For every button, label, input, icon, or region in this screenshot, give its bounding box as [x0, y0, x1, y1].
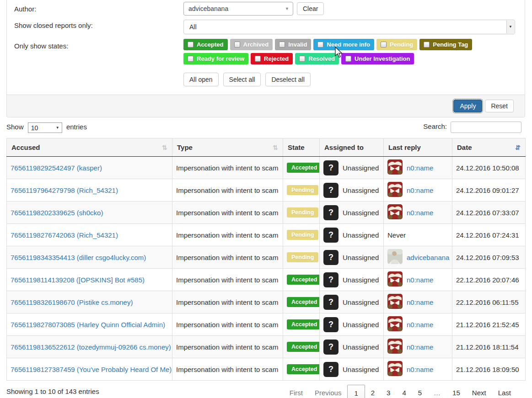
entries-label: entries	[66, 123, 87, 131]
select-all-button[interactable]: Select all	[223, 73, 261, 86]
search-control: Search:	[423, 122, 521, 133]
accused-link[interactable]: 76561198127387459 (You've Probably Heard…	[11, 366, 172, 373]
column-header-state[interactable]: State	[283, 138, 320, 157]
page-button-last[interactable]: Last	[492, 385, 517, 398]
accused-link[interactable]: 76561198326198670 (Pistike cs.money)	[11, 298, 133, 306]
checkbox-icon	[255, 56, 261, 62]
cell-state: Accepted	[283, 269, 320, 291]
accused-link[interactable]: 76561198202339625 (sh0cko)	[11, 209, 103, 217]
reply-user-link[interactable]: n0:name	[407, 298, 433, 306]
cell-last-reply: n0:name	[384, 358, 452, 381]
deselect-all-button[interactable]: Deselect all	[265, 73, 310, 86]
reply-user-link[interactable]: n0:name	[407, 343, 433, 351]
reply-user-link[interactable]: advicebanana	[407, 254, 449, 261]
last-reply-wrap: advicebanana	[387, 249, 448, 265]
closed-reports-select[interactable]: All ▼	[183, 20, 515, 34]
cell-accused: 76561198127387459 (You've Probably Heard…	[7, 358, 172, 381]
table-row: 76561198202339625 (sh0cko)Impersonation …	[7, 202, 526, 224]
column-header-type[interactable]: Type⇅	[172, 138, 283, 157]
reply-user-link[interactable]: n0:name	[407, 366, 433, 373]
column-header-date[interactable]: Date⇵	[452, 138, 526, 157]
state-toggle-need-more-info[interactable]: Need more info	[313, 39, 374, 50]
author-select[interactable]: advicebanana ▼	[183, 2, 293, 16]
page-button-previous[interactable]: Previous	[309, 385, 347, 398]
apply-button[interactable]: Apply	[453, 100, 482, 112]
cell-assigned: ?Unassigned	[320, 291, 384, 313]
checkbox-icon	[279, 42, 285, 48]
cell-last-reply: n0:name	[384, 179, 452, 202]
page-button-2[interactable]: 2	[365, 385, 381, 398]
reply-user-link[interactable]: n0:name	[407, 209, 433, 217]
assigned-label: Unassigned	[343, 186, 379, 194]
column-header-last-reply[interactable]: Last reply	[384, 138, 452, 157]
status-badge: Accepted	[287, 319, 320, 329]
reply-user-link[interactable]: n0:name	[407, 164, 433, 172]
column-header-label: Last reply	[388, 143, 421, 151]
reset-button[interactable]: Reset	[485, 100, 514, 112]
question-mark-avatar: ?	[323, 160, 339, 175]
table-row: 76561197964279798 (Rich_54321)Impersonat…	[7, 179, 526, 202]
cell-state: Pending	[283, 202, 320, 224]
state-toggle-accepted[interactable]: Accepted	[183, 39, 228, 50]
cell-assigned: ?Unassigned	[320, 269, 384, 291]
page-button-next[interactable]: Next	[466, 385, 492, 398]
accused-link[interactable]: 76561198343354413 (diller csgo4lucky.com…	[11, 254, 146, 261]
cell-state: Pending	[283, 224, 320, 246]
page-length-select[interactable]: 10 ▼	[28, 122, 62, 133]
accused-link[interactable]: 76561198276742063 (Rich_54321)	[11, 231, 118, 239]
cell-accused: 76561198278073085 (Harley Quinn Official…	[7, 313, 172, 336]
column-header-assigned-to[interactable]: Assigned to	[320, 138, 384, 157]
last-reply-wrap: n0:name	[387, 294, 448, 310]
column-header-label: Type	[177, 143, 193, 151]
page-button-5[interactable]: 5	[412, 385, 428, 398]
checkbox-icon	[381, 42, 387, 48]
states-label: Only show states:	[14, 39, 183, 50]
reply-user-link[interactable]: n0:name	[407, 186, 433, 194]
state-toggle-archived[interactable]: Archived	[230, 39, 273, 50]
accused-link[interactable]: 76561198114139208 ([OPSKINS] Bot #585)	[11, 276, 145, 284]
last-reply-wrap: n0:name	[387, 182, 448, 198]
checkbox-icon	[345, 56, 351, 62]
cell-accused: 76561198343354413 (diller csgo4lucky.com…	[7, 246, 172, 269]
state-toggle-label: Need more info	[327, 41, 370, 48]
chevron-down-icon: ▼	[56, 126, 59, 130]
closed-reports-label: Show closed reports only:	[14, 18, 183, 29]
state-toggle-pending[interactable]: Pending	[376, 39, 417, 50]
status-badge: Accepted	[287, 342, 320, 352]
accused-link[interactable]: 76561197964279798 (Rich_54321)	[11, 186, 118, 194]
state-toggle-under-investigation[interactable]: Under Investigation	[341, 53, 414, 64]
accused-link[interactable]: 76561198292542497 (kasper)	[11, 164, 102, 172]
table-row: 76561198127387459 (You've Probably Heard…	[7, 358, 526, 381]
state-toggle-rejected[interactable]: Rejected	[251, 53, 293, 64]
question-mark-avatar: ?	[323, 295, 339, 310]
page-button-4[interactable]: 4	[396, 385, 412, 398]
accused-link[interactable]: 76561198278073085 (Harley Quinn Official…	[11, 321, 165, 329]
cell-accused: 76561198136522612 (tozedymmuj-09266 cs.m…	[7, 336, 172, 358]
page-button-1[interactable]: 1	[347, 385, 365, 398]
status-badge: Accepted	[287, 297, 320, 307]
assigned-wrap: ?Unassigned	[323, 205, 380, 220]
all-open-button[interactable]: All open	[183, 73, 219, 86]
column-header-accused[interactable]: Accused⇅	[7, 138, 172, 157]
cell-last-reply: advicebanana	[384, 246, 452, 269]
cell-last-reply: n0:name	[384, 313, 452, 336]
reply-user-link[interactable]: n0:name	[407, 321, 433, 329]
state-toggle-resolved[interactable]: Resolved	[295, 53, 339, 64]
accused-link[interactable]: 76561198136522612 (tozedymmuj-09266 cs.m…	[11, 343, 171, 351]
page-button-first[interactable]: First	[284, 385, 309, 398]
state-toggle-pending-tag[interactable]: Pending Tag	[419, 39, 472, 50]
assigned-label: Unassigned	[343, 366, 379, 373]
page-button-3[interactable]: 3	[381, 385, 396, 398]
cell-date: 24.12.2016 09:01:27	[452, 179, 526, 202]
state-toggle-ready-for-review[interactable]: Ready for review	[183, 53, 248, 64]
reply-user-link[interactable]: n0:name	[407, 276, 433, 284]
table-header-row: Accused⇅Type⇅StateAssigned toLast replyD…	[7, 138, 526, 157]
clear-button[interactable]: Clear	[297, 2, 324, 15]
pagination: FirstPrevious12345…15NextLast	[284, 385, 517, 398]
question-mark-avatar: ?	[323, 205, 339, 220]
user-avatar	[387, 361, 403, 377]
last-reply-wrap: n0:name	[387, 316, 448, 333]
state-toggle-invalid[interactable]: Invalid	[275, 39, 311, 50]
page-button-15[interactable]: 15	[446, 385, 466, 398]
search-input[interactable]	[451, 122, 521, 133]
